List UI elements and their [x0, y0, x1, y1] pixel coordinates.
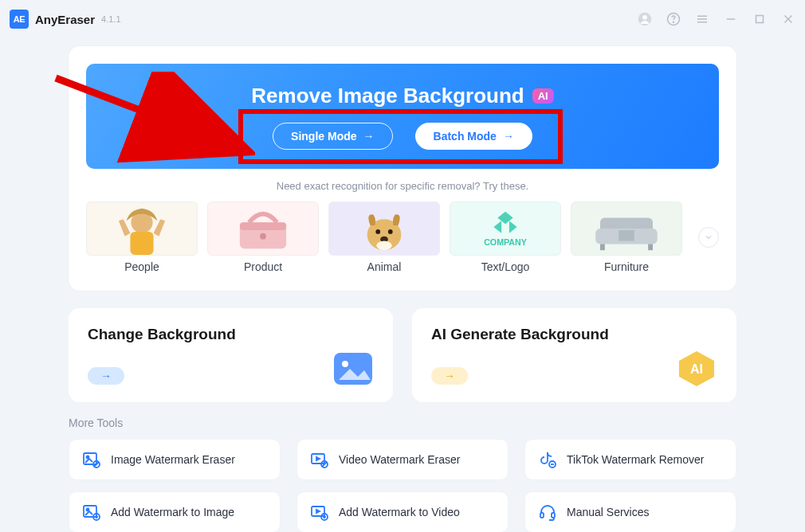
category-label: Furniture — [571, 260, 682, 273]
category-text-logo[interactable]: COMPANY Text/Logo — [450, 201, 561, 273]
close-icon[interactable] — [781, 12, 795, 26]
tiktok-icon — [538, 450, 557, 469]
arrow-right-icon: → — [503, 130, 514, 143]
tool-label: Image Watermark Eraser — [111, 453, 235, 466]
image-watermark-icon — [82, 450, 101, 469]
profile-icon[interactable] — [638, 12, 652, 26]
more-tools-heading: More Tools — [69, 417, 736, 429]
change-background-card[interactable]: Change Background → — [69, 308, 393, 402]
svg-rect-26 — [648, 244, 653, 250]
category-animal[interactable]: Animal — [328, 201, 440, 273]
ai-gen-arrow[interactable]: → — [431, 367, 468, 385]
furniture-thumb-icon — [571, 202, 681, 255]
batch-mode-button[interactable]: Batch Mode → — [415, 123, 532, 150]
batch-mode-label: Batch Mode — [434, 130, 497, 143]
menu-icon[interactable] — [695, 12, 709, 26]
category-people[interactable]: People — [86, 201, 198, 273]
logo-thumb-icon: COMPANY — [450, 202, 560, 255]
svg-point-32 — [87, 456, 89, 459]
svg-marker-47 — [316, 510, 320, 513]
category-product[interactable]: Product — [207, 201, 319, 273]
ai-hexagon-icon: AI — [676, 350, 717, 388]
svg-point-15 — [260, 233, 266, 240]
category-furniture[interactable]: Furniture — [571, 201, 682, 273]
product-thumb-icon — [208, 202, 318, 255]
help-icon[interactable] — [666, 12, 681, 26]
svg-rect-52 — [552, 513, 555, 518]
svg-point-3 — [673, 22, 674, 22]
single-mode-label: Single Mode — [291, 130, 356, 143]
ai-gen-title: AI Generate Background — [431, 326, 717, 343]
tool-video-watermark-eraser[interactable]: Video Watermark Eraser — [296, 439, 509, 480]
hero-title-text: Remove Image Background — [251, 84, 524, 108]
add-watermark-video-icon — [310, 503, 329, 522]
ai-badge: AI — [532, 88, 554, 104]
svg-point-42 — [87, 509, 89, 511]
svg-point-28 — [342, 361, 348, 367]
category-label: Product — [207, 260, 319, 273]
ai-generate-background-card[interactable]: AI Generate Background → AI — [412, 308, 736, 402]
image-icon — [332, 350, 374, 388]
hero-hint: Need exact recognition for specific remo… — [86, 180, 719, 192]
svg-text:COMPANY: COMPANY — [484, 237, 527, 247]
tool-label: TikTok Watermark Remover — [567, 453, 704, 466]
add-watermark-image-icon — [82, 503, 101, 522]
titlebar: AE AnyEraser 4.1.1 — [0, 0, 805, 38]
hero-title: Remove Image Background AI — [251, 84, 553, 108]
maximize-icon[interactable] — [752, 12, 767, 26]
category-label: Animal — [328, 260, 440, 273]
svg-point-18 — [388, 229, 393, 234]
app-version: 4.1.1 — [101, 14, 120, 24]
tool-label: Add Watermark to Image — [111, 506, 234, 518]
tool-add-watermark-video[interactable]: Add Watermark to Video — [296, 491, 509, 532]
tool-add-watermark-image[interactable]: Add Watermark to Image — [69, 491, 281, 532]
svg-point-17 — [375, 229, 380, 234]
minimize-icon[interactable] — [724, 12, 738, 26]
svg-rect-25 — [600, 244, 605, 250]
people-thumb-icon — [87, 202, 197, 255]
hero-banner: Remove Image Background AI Single Mode →… — [86, 64, 719, 169]
arrow-right-icon: → — [363, 130, 375, 143]
scroll-next-button[interactable] — [698, 227, 719, 248]
svg-point-20 — [376, 241, 391, 251]
svg-point-1 — [642, 15, 647, 20]
hero-card: Remove Image Background AI Single Mode →… — [69, 46, 736, 291]
svg-rect-8 — [756, 16, 764, 23]
app-logo: AE — [10, 10, 29, 29]
category-label: Text/Logo — [450, 260, 561, 273]
svg-text:AI: AI — [690, 362, 703, 376]
svg-rect-51 — [540, 513, 544, 518]
category-row: People Product — [86, 201, 719, 273]
svg-rect-14 — [240, 222, 286, 230]
app-name: AnyEraser — [35, 13, 95, 26]
change-bg-title: Change Background — [88, 326, 374, 343]
tool-label: Add Watermark to Video — [339, 506, 460, 518]
titlebar-actions — [638, 12, 795, 26]
tool-tiktok-watermark-remover[interactable]: TikTok Watermark Remover — [524, 439, 736, 480]
tool-label: Video Watermark Eraser — [339, 453, 461, 466]
tool-manual-services[interactable]: Manual Services — [524, 491, 736, 532]
tool-label: Manual Services — [567, 506, 650, 518]
tool-image-watermark-eraser[interactable]: Image Watermark Eraser — [69, 439, 281, 480]
video-watermark-icon — [310, 450, 329, 469]
svg-rect-24 — [618, 230, 634, 241]
headset-icon — [538, 503, 557, 522]
category-label: People — [86, 260, 198, 273]
animal-thumb-icon — [329, 202, 439, 255]
svg-marker-36 — [316, 457, 320, 460]
svg-rect-12 — [130, 232, 153, 255]
single-mode-button[interactable]: Single Mode → — [273, 123, 392, 150]
change-bg-arrow[interactable]: → — [88, 367, 124, 385]
